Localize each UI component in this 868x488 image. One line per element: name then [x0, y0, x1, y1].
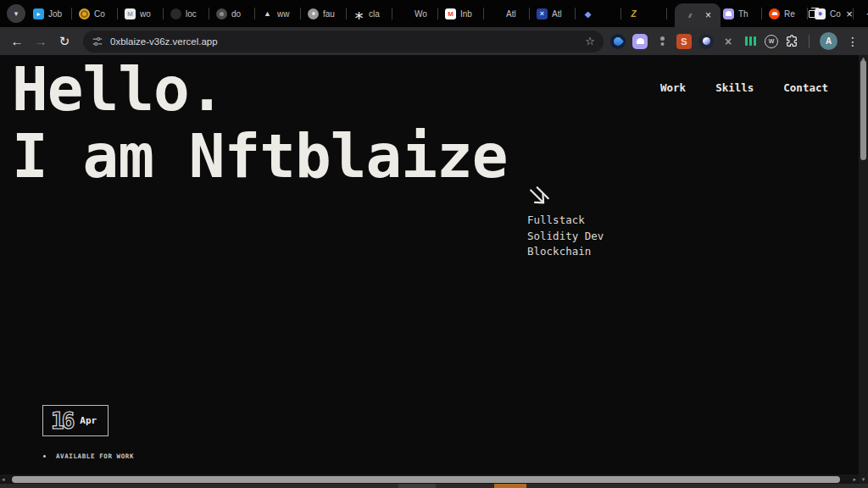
browser-tab[interactable]: do [215, 0, 261, 27]
tab-divider [254, 8, 255, 19]
x-ext[interactable] [721, 34, 736, 49]
tab-label: Wo [415, 9, 431, 19]
tab-label: Inb [460, 9, 477, 19]
browser-tab[interactable]: Atl [536, 0, 581, 27]
blank-favicon [491, 8, 502, 19]
browser-window: ▾ Job Co wo [0, 0, 868, 488]
tab-divider [529, 8, 530, 19]
back-button[interactable]: ← [5, 30, 29, 53]
scroll-down-icon[interactable]: ▾ [862, 476, 865, 483]
blank-favicon [399, 8, 410, 19]
role-item: Fullstack [527, 213, 604, 229]
slashes-favicon [684, 10, 695, 21]
tab-label: Co [94, 9, 111, 19]
chevron-down-icon: ▾ [14, 9, 19, 18]
date-badge: 16 Apr [42, 405, 108, 436]
scroll-right-icon[interactable]: ▸ [853, 474, 856, 484]
profile-avatar[interactable]: A [820, 32, 837, 50]
browser-tab[interactable] [581, 0, 627, 27]
tab-divider [300, 8, 301, 19]
browser-tab[interactable]: Job [32, 0, 78, 27]
browser-tab[interactable]: loc [170, 0, 215, 27]
restore-icon [809, 10, 816, 18]
reload-button[interactable]: ↻ [53, 30, 76, 53]
tabs-container: Job Co wo loc [32, 0, 756, 27]
tab-label: ww [277, 9, 294, 19]
tab-search-button[interactable]: ▾ [7, 4, 25, 23]
vertical-scrollbar[interactable]: ▴ [859, 55, 868, 474]
blue-arrow-favicon [33, 8, 44, 19]
minimize-button[interactable]: – [756, 0, 793, 27]
phantom-ext[interactable] [632, 34, 648, 49]
blue-swoosh-ext[interactable] [610, 34, 626, 49]
dim-favicon [170, 8, 181, 19]
toolbar-divider [809, 35, 810, 48]
tab-label: Job [48, 9, 65, 19]
w-ext[interactable] [765, 35, 778, 48]
browser-tab[interactable]: wo [124, 0, 170, 27]
bookmark-star-icon[interactable]: ☆ [585, 35, 595, 47]
moon-ext[interactable] [698, 34, 714, 49]
close-window-button[interactable]: × [831, 0, 868, 27]
browser-tab[interactable]: cla [353, 0, 398, 27]
arrow-down-right-icon [529, 186, 551, 207]
roles-block: Fullstack Solidity Dev Blockchain [527, 186, 604, 260]
tab-divider [71, 8, 72, 19]
browser-tab[interactable]: Wo [398, 0, 444, 27]
paw-favicon [216, 8, 227, 19]
s-shield-ext[interactable] [676, 34, 692, 49]
horizontal-scrollbar[interactable]: ◂ ▸ [0, 474, 859, 484]
site-nav: Work Skills Contact [660, 81, 828, 94]
tab-label: fau [323, 9, 340, 19]
vertical-scrollbar-thumb[interactable] [860, 60, 866, 160]
tab-label: loc [186, 9, 203, 19]
tab-label: Atl [506, 9, 523, 19]
tab-label: Th [738, 9, 755, 19]
browser-tab[interactable] [627, 0, 673, 27]
restore-button[interactable] [793, 0, 831, 27]
browser-tab[interactable]: Co [78, 0, 124, 27]
webpage-content: Work Skills Contact Hello. I am Nftblaiz… [0, 55, 868, 488]
close-tab-icon[interactable]: × [705, 10, 711, 20]
forward-button[interactable]: → [29, 30, 53, 53]
hero-heading: Hello. I am Nftblaize [12, 56, 507, 190]
date-month: Apr [80, 415, 97, 426]
extensions-row: A ⋮ [610, 32, 863, 50]
tab-divider [163, 8, 164, 19]
nav-link[interactable]: Work [660, 81, 686, 94]
browser-tab[interactable]: Inb [444, 0, 490, 27]
tab-divider [575, 8, 576, 19]
site-settings-icon[interactable] [92, 36, 103, 47]
diamond-favicon [582, 8, 593, 19]
scroll-left-icon[interactable]: ◂ [2, 474, 5, 484]
browser-tab[interactable]: fau [307, 0, 353, 27]
tab-divider [666, 8, 667, 19]
address-bar[interactable]: 0xblaize-v36z.vercel.app ☆ [83, 30, 604, 53]
horizontal-scrollbar-thumb[interactable] [12, 476, 840, 483]
figure-ext[interactable] [654, 34, 670, 49]
date-day: 16 [51, 408, 72, 434]
phantom-favicon [723, 8, 734, 19]
nav-link[interactable]: Contact [783, 81, 828, 94]
url-text[interactable]: 0xblaize-v36z.vercel.app [110, 36, 585, 47]
active-tab[interactable]: × [675, 3, 721, 27]
tab-label: cla [369, 9, 386, 19]
m-doc-favicon [125, 8, 136, 19]
browser-tab[interactable]: ww [261, 0, 307, 27]
extensions-puzzle-icon[interactable] [785, 35, 798, 48]
browser-tab[interactable]: Atl [490, 0, 536, 27]
tab-divider [483, 8, 484, 19]
nav-link[interactable]: Skills [715, 81, 754, 94]
tab-divider [392, 8, 392, 19]
browser-menu-icon[interactable]: ⋮ [844, 35, 861, 48]
tab-divider [117, 8, 118, 19]
hero-line-2: I am Nftblaize [12, 123, 507, 190]
tab-label: do [231, 9, 248, 19]
green-bars-ext[interactable] [743, 34, 758, 49]
tab-divider [346, 8, 347, 19]
taskbar-active-app-sliver [494, 484, 526, 488]
window-controls: – × [756, 0, 868, 27]
wolf-favicon [262, 8, 273, 19]
tab-divider [437, 8, 438, 19]
scrollbar-corner: ▾ [859, 474, 868, 484]
